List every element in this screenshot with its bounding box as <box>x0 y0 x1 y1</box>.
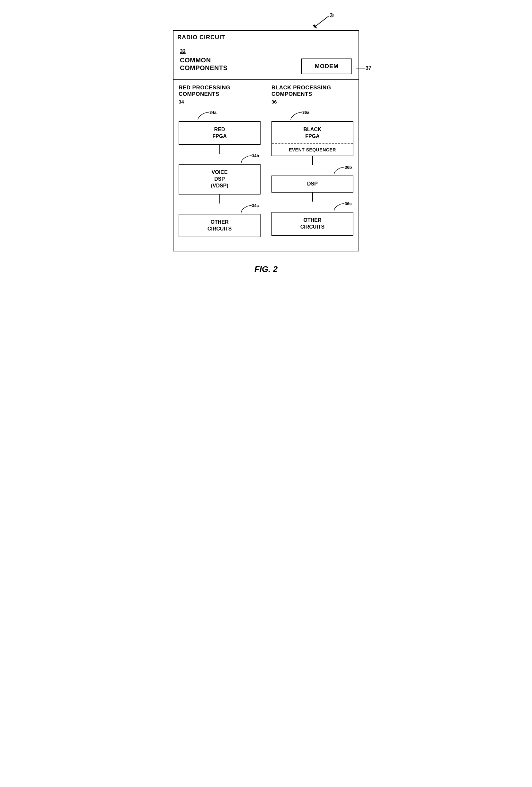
black-fpga-label: BLACK FPGA <box>272 122 353 144</box>
common-components-ref: 32 <box>180 48 295 54</box>
svg-text:34b: 34b <box>252 154 259 158</box>
red-other-ref-curve: 34c <box>216 204 261 214</box>
svg-text:36a: 36a <box>302 110 309 115</box>
svg-text:34a: 34a <box>209 110 217 115</box>
red-fpga-ref-area: 34a <box>179 110 261 121</box>
voice-dsp-area: 34b VOICE DSP (VDSP) <box>179 154 261 194</box>
black-fpga-event-box: BLACK FPGA EVENT SEQUENCER <box>271 121 353 156</box>
black-other-circuits-box: OTHER CIRCUITS <box>271 212 353 236</box>
black-proc-title: BLACK PROCESSING COMPONENTS <box>271 85 353 98</box>
svg-text:36c: 36c <box>345 201 352 206</box>
black-proc-ref: 36 <box>271 99 353 105</box>
voice-dsp-ref-curve: 34b <box>216 154 261 164</box>
red-fpga-ref-curve: 34a <box>179 110 217 121</box>
ref-37-arrow: 37 <box>355 60 371 76</box>
radio-circuit-label: RADIO CIRCUIT <box>174 31 358 43</box>
common-components-area: 32 COMMON COMPONENTS MODEM 37 <box>174 43 358 80</box>
event-sequencer-label: EVENT SEQUENCER <box>272 144 353 155</box>
red-proc-ref: 34 <box>179 99 261 105</box>
black-fpga-ref-curve: 36a <box>271 110 310 121</box>
modem-wrapper: MODEM 37 <box>301 43 358 79</box>
dsp-box: DSP <box>271 175 353 193</box>
svg-text:37: 37 <box>365 65 371 71</box>
svg-text:34c: 34c <box>252 204 259 208</box>
black-fpga-ref-area: 36a <box>271 110 353 121</box>
modem-box: MODEM <box>301 59 352 74</box>
black-other-circuits-area: 36c OTHER CIRCUITS <box>271 201 353 236</box>
common-components-title: COMMON COMPONENTS <box>180 57 227 71</box>
red-proc-title: RED PROCESSING COMPONENTS <box>179 85 261 98</box>
red-fpga-box: RED FPGA <box>179 121 261 145</box>
page: 30 RADIO CIRCUIT 32 COMMON COMPONENTS MO… <box>167 6 365 294</box>
dsp-area: 36b DSP <box>271 165 353 193</box>
black-other-ref-curve: 36c <box>308 201 353 212</box>
red-other-circuits-box: OTHER CIRCUITS <box>179 214 261 238</box>
svg-line-0 <box>314 16 329 27</box>
black-other-ref-area: 36c <box>271 201 353 212</box>
black-processing-section: BLACK PROCESSING COMPONENTS 36 36a <box>266 80 358 244</box>
dsp-ref-curve: 36b <box>308 165 353 175</box>
red-other-circuits-area: 34c OTHER CIRCUITS <box>179 204 261 238</box>
red-fpga-to-vdsp-line <box>219 145 220 154</box>
figure-label: FIG. 2 <box>173 264 359 274</box>
svg-text:30: 30 <box>330 13 333 19</box>
ref-30-label: 30 <box>173 13 333 29</box>
vdsp-to-other-line <box>219 194 220 204</box>
dsp-ref-area: 36b <box>271 165 353 175</box>
red-processing-section: RED PROCESSING COMPONENTS 34 34a <box>174 80 266 244</box>
black-fpga-to-dsp-line <box>312 156 313 165</box>
voice-dsp-box: VOICE DSP (VDSP) <box>179 164 261 194</box>
processing-row: RED PROCESSING COMPONENTS 34 34a <box>174 80 358 244</box>
black-col-content: 36a BLACK FPGA EVENT SEQUENCER <box>271 110 353 242</box>
red-other-ref-area: 34c <box>179 204 261 214</box>
svg-text:36b: 36b <box>345 165 352 170</box>
dsp-to-other-line <box>312 193 313 201</box>
red-col-content: 34a RED FPGA <box>179 110 261 244</box>
common-components-section: 32 COMMON COMPONENTS <box>174 43 301 79</box>
voice-dsp-ref-area: 34b <box>179 154 261 164</box>
radio-circuit-box: RADIO CIRCUIT 32 COMMON COMPONENTS MODEM… <box>173 30 359 251</box>
